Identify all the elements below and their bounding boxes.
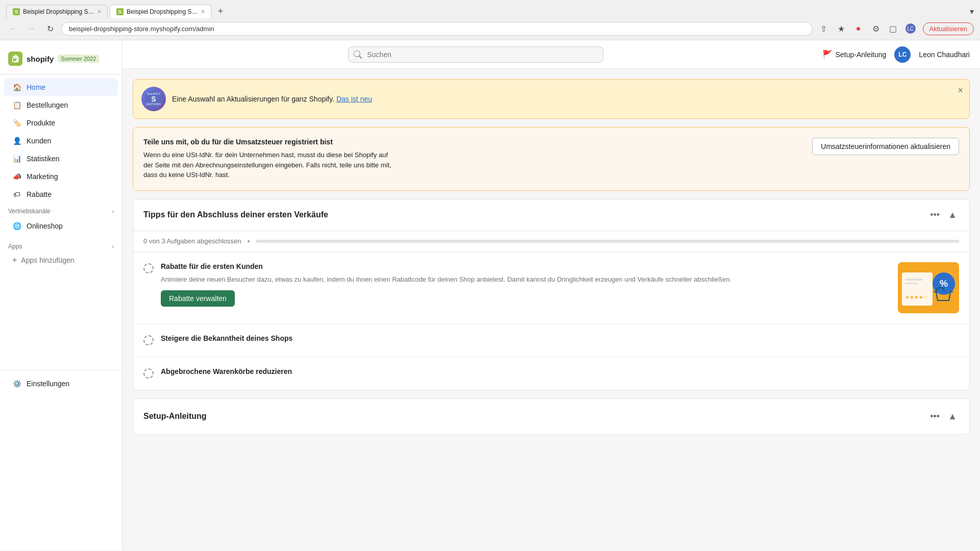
sidebar-home-label: Home (27, 83, 45, 91)
banner-link[interactable]: Das ist neu (336, 95, 372, 103)
apps-chevron[interactable]: › (112, 244, 114, 249)
tabs-dropdown[interactable]: ▾ (970, 7, 974, 16)
flag-icon: 🚩 (822, 49, 832, 59)
setup-guide-more-button[interactable]: ••• (928, 409, 942, 424)
sidebar-item-einstellungen[interactable]: ⚙️ Einstellungen (4, 375, 118, 392)
browser-tab-2[interactable]: S Beispiel Dropshipping Store × (110, 5, 211, 18)
task-item-1: Rabatte für die ersten Kunden Animiere d… (133, 252, 969, 324)
setup-guide-header: Setup-Anleitung ••• ▲ (143, 409, 959, 424)
products-icon: 🏷️ (12, 118, 21, 128)
add-icon: + (12, 256, 17, 265)
sidebar-discounts-label: Rabatte (27, 190, 52, 198)
search-input[interactable] (348, 46, 603, 63)
browser-toolbar: ← → ↻ beispiel-dropshipping-store.myshop… (6, 21, 974, 36)
add-apps-label: Apps hinzufügen (21, 256, 74, 264)
address-bar[interactable]: beispiel-dropshipping-store.myshopify.co… (61, 22, 813, 36)
updates-banner: S SHOPIFY EDITIONS Eine Auswahl an Aktua… (133, 79, 970, 119)
setup-guide-title: Setup-Anleitung (143, 412, 207, 421)
progress-dot: • (248, 237, 250, 245)
progress-text: 0 von 3 Aufgaben abgeschlossen (143, 237, 241, 245)
tips-more-button[interactable]: ••• (928, 208, 942, 222)
task-checkbox-3[interactable] (143, 368, 154, 379)
update-button[interactable]: Aktualisieren (923, 22, 974, 35)
svg-rect-6 (905, 279, 923, 281)
task-checkbox-2[interactable] (143, 335, 154, 345)
orders-icon: 📋 (12, 101, 21, 110)
reload-button[interactable]: ↻ (43, 21, 57, 36)
sidebar-item-marketing[interactable]: 📣 Marketing (4, 168, 118, 185)
sidebar: shopify Sommer 2022 🏠 Home 📋 Bestellunge… (0, 40, 122, 550)
opera-icon[interactable]: ● (851, 21, 866, 36)
forward-button[interactable]: → (24, 21, 39, 36)
browser-tabs: S Beispiel Dropshipping Store · ... × S … (6, 4, 974, 18)
progress-section: 0 von 3 Aufgaben abgeschlossen • (133, 231, 969, 252)
browser-actions: ⇧ ★ ● ⚙ ▢ LC Aktualisieren (817, 21, 974, 36)
svg-text:★★★★☆: ★★★★☆ (905, 294, 928, 300)
topbar: 🚩 Setup-Anleitung LC Leon Chaudhari (122, 40, 980, 69)
user-profile-icon[interactable]: LC (903, 21, 918, 36)
setup-guide-actions: ••• ▲ (928, 409, 959, 424)
share-icon[interactable]: ⇧ (817, 21, 831, 36)
discount-svg: ★★★★☆ % (898, 262, 959, 313)
collapse-icon: ▲ (948, 210, 957, 220)
sidebar-customers-label: Kunden (27, 137, 51, 145)
svg-text:SHOPIFY: SHOPIFY (147, 92, 160, 95)
app-wrapper: shopify Sommer 2022 🏠 Home 📋 Bestellunge… (0, 40, 980, 550)
tab-close-2[interactable]: × (201, 8, 205, 15)
tab-close-1[interactable]: × (97, 8, 101, 15)
marketing-icon: 📣 (12, 172, 21, 181)
onlineshop-icon: 🌐 (12, 221, 21, 231)
customers-icon: 👤 (12, 136, 21, 145)
task-item-3: Abgebrochene Warenkörbe reduzieren (133, 357, 969, 390)
season-badge: Sommer 2022 (58, 55, 99, 63)
task-checkbox-1[interactable] (143, 263, 154, 273)
tax-card-description: Wenn du eine USt-IdNr. für dein Unterneh… (143, 150, 399, 180)
task-content-2: Steigere die Bekanntheit deines Shops (161, 334, 959, 346)
browser-tab-1[interactable]: S Beispiel Dropshipping Store · ... × (6, 5, 108, 18)
sidebar-item-bestellungen[interactable]: 📋 Bestellungen (4, 96, 118, 114)
tax-update-button[interactable]: Umsatzsteuerinformationen aktualisieren (812, 138, 959, 155)
tips-collapse-button[interactable]: ▲ (946, 208, 959, 222)
vertriebskanaele-label: Vertriebskanäle (8, 208, 51, 215)
sidebar-item-onlineshop[interactable]: 🌐 Onlineshop (4, 217, 118, 235)
vertriebskanaele-chevron[interactable]: › (112, 209, 114, 214)
discounts-icon: 🏷 (12, 190, 21, 199)
add-apps-item[interactable]: + Apps hinzufügen (4, 253, 118, 268)
sidebar-item-rabatte[interactable]: 🏷 Rabatte (4, 186, 118, 203)
tab-label-2: Beispiel Dropshipping Store (127, 8, 198, 15)
setup-guide-card: Setup-Anleitung ••• ▲ (133, 398, 970, 435)
back-button[interactable]: ← (6, 21, 20, 36)
tips-header-actions: ••• ▲ (928, 208, 959, 222)
extensions-icon[interactable]: ⚙ (869, 21, 883, 36)
banner-content: Eine Auswahl an Aktualisierungen für gan… (172, 95, 372, 103)
sidebar-marketing-label: Marketing (27, 172, 58, 181)
bookmark-icon[interactable]: ★ (834, 21, 848, 36)
sidebar-item-home[interactable]: 🏠 Home (4, 79, 118, 96)
task-item-2: Steigere die Bekanntheit deines Shops (133, 324, 969, 357)
home-icon: 🏠 (12, 83, 21, 92)
sidebar-item-statistiken[interactable]: 📊 Statistiken (4, 150, 118, 167)
setup-guide-button[interactable]: 🚩 Setup-Anleitung (822, 49, 887, 59)
sidebar-analytics-label: Statistiken (27, 155, 60, 163)
apps-section: Apps › (0, 239, 122, 252)
task-desc-1: Animiere deine neuen Besucher dazu, etwa… (161, 274, 891, 285)
task-button-1[interactable]: Rabatte verwalten (161, 290, 235, 307)
user-name: Leon Chaudhari (919, 51, 970, 59)
sidebar-item-kunden[interactable]: 👤 Kunden (4, 132, 118, 149)
sidebar-item-produkte[interactable]: 🏷️ Produkte (4, 114, 118, 132)
sidebar-orders-label: Bestellungen (27, 101, 68, 109)
shopify-logo (8, 52, 22, 66)
setup-guide-collapse-button[interactable]: ▲ (946, 409, 959, 424)
progress-bar-background (256, 240, 959, 243)
svg-rect-7 (905, 283, 918, 284)
analytics-icon: 📊 (12, 154, 21, 163)
search-bar (348, 46, 603, 63)
svg-text:S: S (151, 95, 156, 103)
new-tab-button[interactable]: + (213, 4, 228, 18)
screenshot-icon[interactable]: ▢ (886, 21, 900, 36)
banner-text: Eine Auswahl an Aktualisierungen für gan… (172, 95, 334, 103)
discount-illustration: ★★★★☆ % (898, 262, 959, 313)
banner-close-button[interactable]: × (958, 86, 963, 95)
tips-card: Tipps für den Abschluss deiner ersten Ve… (133, 199, 970, 390)
main-content: S SHOPIFY EDITIONS Eine Auswahl an Aktua… (122, 69, 980, 550)
